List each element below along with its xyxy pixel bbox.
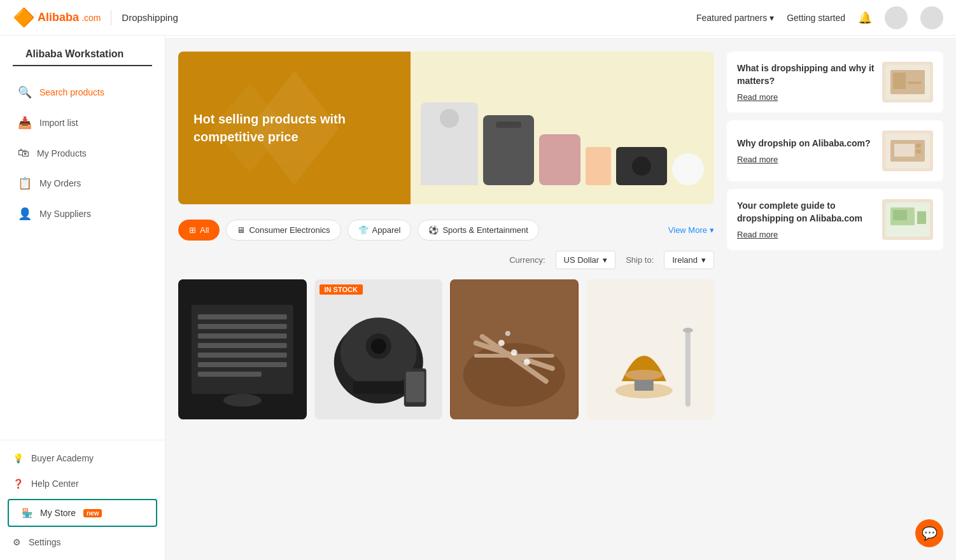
tab-consumer-electronics[interactable]: 🖥 Consumer Electronics xyxy=(226,220,341,241)
content-area: Hot selling products with competitive pr… xyxy=(165,39,956,432)
product-perfume xyxy=(586,147,611,185)
product-card-2[interactable]: IN STOCK xyxy=(314,279,443,419)
my-products-icon: 🛍 xyxy=(18,146,29,160)
nav-right: Featured partners ▾ Getting started 🔔 xyxy=(696,6,943,29)
chevron-down-icon: ▾ xyxy=(770,13,774,23)
product-card-4[interactable]: + xyxy=(586,279,715,419)
avatar2[interactable] xyxy=(920,6,943,29)
product-image-2 xyxy=(314,279,443,419)
import-list-icon: 📥 xyxy=(18,116,32,130)
currency-select[interactable]: US Dollar ▾ xyxy=(556,251,616,269)
ship-to-label: Ship to: xyxy=(626,255,654,265)
tab-sports-label: Sports & Entertainment xyxy=(442,225,528,235)
hero-right-panel xyxy=(411,52,714,204)
sidebar-title: Alibaba Workstation xyxy=(13,36,152,66)
info-card-2-text: Why dropship on Alibaba.com? Read more xyxy=(737,137,875,164)
hero-banner: Hot selling products with competitive pr… xyxy=(178,52,714,204)
product-card-1[interactable] xyxy=(178,279,307,419)
info-card-1: What is dropshipping and why it matters?… xyxy=(727,52,943,113)
tab-apparel-label: Apparel xyxy=(372,225,401,235)
svg-point-28 xyxy=(505,331,510,336)
svg-point-11 xyxy=(223,394,262,407)
product-image-1 xyxy=(178,279,307,419)
svg-rect-37 xyxy=(893,73,906,89)
tab-all[interactable]: ⊞ All xyxy=(178,220,220,241)
svg-rect-9 xyxy=(198,362,287,367)
sidebar-label-my-suppliers: My Suppliers xyxy=(39,209,91,219)
sidebar-item-search-products[interactable]: 🔍 Search products xyxy=(5,78,160,107)
svg-rect-48 xyxy=(893,210,907,220)
product-camera xyxy=(616,147,667,185)
svg-rect-4 xyxy=(198,314,287,319)
avatar[interactable] xyxy=(885,6,908,29)
nav-brand: Dropshipping xyxy=(122,12,178,23)
svg-rect-5 xyxy=(198,324,287,329)
all-icon: ⊞ xyxy=(189,225,196,235)
filters-row: Currency: US Dollar ▾ Ship to: Ireland ▾ xyxy=(178,251,714,269)
svg-rect-10 xyxy=(198,372,262,377)
svg-rect-39 xyxy=(908,81,921,84)
svg-rect-19 xyxy=(405,372,424,402)
search-products-icon: 🔍 xyxy=(18,85,32,99)
product-earbuds xyxy=(672,153,704,185)
info-card-3: Your complete guide to dropshipping on A… xyxy=(727,189,943,250)
hero-bg-pattern xyxy=(178,52,411,204)
sidebar-item-import-list[interactable]: 📥 Import list xyxy=(5,108,160,137)
svg-point-16 xyxy=(370,339,386,354)
nav-left: 🔶 Alibaba .com Dropshipping xyxy=(13,7,178,28)
tab-sports-entertainment[interactable]: ⚽ Sports & Entertainment xyxy=(418,220,538,241)
product-bag xyxy=(539,134,580,185)
view-more-button[interactable]: View More ▾ xyxy=(668,225,714,235)
my-suppliers-icon: 👤 xyxy=(18,207,32,221)
info-card-3-image xyxy=(882,199,933,240)
content-left: Hot selling products with competitive pr… xyxy=(178,52,714,419)
featured-partners-menu[interactable]: Featured partners ▾ xyxy=(696,13,774,23)
nav-divider xyxy=(111,10,111,25)
bell-icon[interactable]: 🔔 xyxy=(858,11,872,25)
info-card-3-illustration xyxy=(885,202,930,237)
svg-point-25 xyxy=(498,340,505,346)
logo[interactable]: 🔶 Alibaba .com xyxy=(13,7,101,28)
svg-rect-38 xyxy=(908,73,921,79)
info-card-1-text: What is dropshipping and why it matters?… xyxy=(737,62,875,101)
product-image-4 xyxy=(586,279,715,419)
product-grid: IN STOCK xyxy=(178,279,714,419)
ship-to-select[interactable]: Ireland ▾ xyxy=(664,251,714,269)
svg-point-27 xyxy=(524,359,530,365)
info-card-1-link[interactable]: Read more xyxy=(737,92,778,102)
tab-consumer-electronics-label: Consumer Electronics xyxy=(249,225,330,235)
sidebar: Alibaba Workstation 🔍 Search products 📥 … xyxy=(0,36,165,432)
sports-icon: ⚽ xyxy=(428,225,439,235)
svg-rect-17 xyxy=(353,381,404,394)
svg-rect-43 xyxy=(916,144,921,148)
ship-to-value: Ireland xyxy=(672,255,698,265)
product-card-3[interactable] xyxy=(450,279,579,419)
sidebar-item-my-products[interactable]: 🛍 My Products xyxy=(5,139,160,167)
info-card-2: Why dropship on Alibaba.com? Read more xyxy=(727,120,943,181)
tab-apparel[interactable]: 👕 Apparel xyxy=(348,220,412,241)
product-image-3 xyxy=(450,279,579,419)
svg-point-32 xyxy=(624,370,663,380)
sidebar-item-my-orders[interactable]: 📋 My Orders xyxy=(5,169,160,198)
category-tabs: ⊞ All 🖥 Consumer Electronics 👕 Apparel ⚽… xyxy=(178,220,714,241)
info-card-1-title: What is dropshipping and why it matters? xyxy=(737,62,875,87)
currency-value: US Dollar xyxy=(564,255,600,265)
sidebar-label-my-products: My Products xyxy=(37,148,87,158)
svg-rect-29 xyxy=(586,279,713,419)
apparel-icon: 👕 xyxy=(358,225,369,235)
hero-products xyxy=(421,71,704,185)
info-card-2-link[interactable]: Read more xyxy=(737,155,778,164)
getting-started-link[interactable]: Getting started xyxy=(787,13,845,23)
tab-all-label: All xyxy=(200,225,209,235)
top-navbar: 🔶 Alibaba .com Dropshipping Featured par… xyxy=(0,0,956,36)
sidebar-label-my-orders: My Orders xyxy=(39,178,81,188)
logo-text: Alibaba xyxy=(38,11,79,24)
view-more-label: View More xyxy=(668,225,707,235)
info-card-2-image xyxy=(882,130,933,171)
consumer-electronics-icon: 🖥 xyxy=(237,225,245,235)
info-card-3-link[interactable]: Read more xyxy=(737,230,778,239)
sidebar-item-my-suppliers[interactable]: 👤 My Suppliers xyxy=(5,199,160,228)
info-card-1-illustration xyxy=(885,65,930,99)
main-content: ☰ Category ▾ 🔍 Search Hot se xyxy=(165,0,956,432)
svg-point-34 xyxy=(682,328,692,333)
